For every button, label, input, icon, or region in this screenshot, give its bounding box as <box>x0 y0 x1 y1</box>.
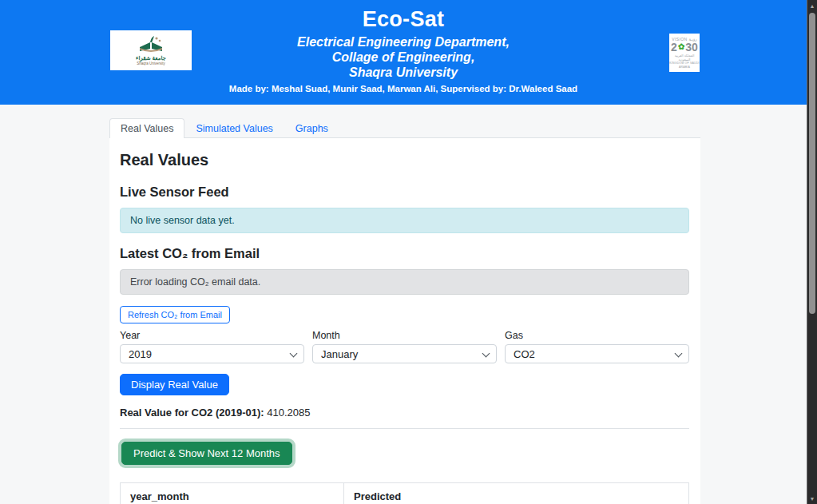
gas-label: Gas <box>505 330 689 341</box>
real-value-result-number: 410.2085 <box>264 407 311 419</box>
tab-content-card: Real Values Live Sensor Feed No live sen… <box>109 138 700 504</box>
table-header-row: year_month Predicted <box>121 483 689 504</box>
app-header: جامعة شقراء Shaqra University Eco-Sat El… <box>0 0 807 105</box>
vision-year-right: 30 <box>685 42 698 54</box>
shaqra-logo-arabic-text: جامعة شقراء <box>136 55 166 62</box>
selection-form: Year 2019 Month January Gas <box>120 330 689 363</box>
live-sensor-alert: No live sensor data yet. <box>120 208 689 233</box>
gas-select[interactable]: CO2 <box>505 344 689 363</box>
divider <box>120 428 689 429</box>
tab-simulated-values[interactable]: Simulated Values <box>184 118 284 138</box>
scroll-down-icon[interactable]: ▼ <box>807 493 817 504</box>
real-value-result: Real Value for CO2 (2019-01): 410.2085 <box>120 407 689 419</box>
vision-2030-logo: VISION رؤيـة 2 ✿ 30 المملكة العربية السع… <box>669 34 700 72</box>
tab-bar: Real Values Simulated Values Graphs <box>109 118 700 138</box>
shaqra-university-logo: جامعة شقراء Shaqra University <box>110 30 192 70</box>
vision-year-left: 2 <box>671 42 677 54</box>
vertical-scrollbar[interactable]: ▲ ▼ <box>807 0 817 504</box>
shaqra-logo-english-text: Shaqra University <box>137 62 165 66</box>
scrollbar-thumb[interactable] <box>809 13 815 314</box>
tab-graphs[interactable]: Graphs <box>284 118 339 138</box>
column-header-predicted: Predicted <box>344 483 689 504</box>
shaqra-book-icon <box>135 34 167 55</box>
page-title: Real Values <box>120 151 689 169</box>
vision-2030-mark: 2 ✿ 30 <box>671 42 698 54</box>
predict-12-months-button[interactable]: Predict & Show Next 12 Months <box>121 442 292 465</box>
co2-email-error-alert: Error loading CO₂ email data. <box>120 269 689 295</box>
app-title: Eco-Sat <box>0 7 807 32</box>
display-real-value-button[interactable]: Display Real Value <box>120 374 229 395</box>
tab-real-values[interactable]: Real Values <box>109 118 184 138</box>
year-select[interactable]: 2019 <box>120 344 304 363</box>
vision-logo-english-text: KINGDOM OF SAUDI ARABIA <box>669 62 700 69</box>
latest-co2-heading: Latest CO₂ from Email <box>120 246 689 261</box>
month-label: Month <box>312 330 497 341</box>
main-container: Real Values Simulated Values Graphs Real… <box>109 118 700 504</box>
month-select[interactable]: January <box>312 344 497 363</box>
vision-logo-arabic-text: المملكة العربية السعودية <box>669 54 700 62</box>
real-value-result-label: Real Value for CO2 (2019-01): <box>120 407 264 419</box>
prediction-table: year_month Predicted 2025-01 419.1479694… <box>120 482 689 504</box>
year-label: Year <box>120 330 304 341</box>
refresh-co2-button[interactable]: Refresh CO₂ from Email <box>120 306 230 323</box>
live-sensor-feed-heading: Live Sensor Feed <box>120 185 689 200</box>
vision-emblem-icon: ✿ <box>678 43 684 51</box>
credits-line: Made by: Meshal Suad, Munir Saad, Marwan… <box>0 84 807 93</box>
column-header-year-month: year_month <box>121 483 344 504</box>
scroll-up-icon[interactable]: ▲ <box>807 0 817 11</box>
